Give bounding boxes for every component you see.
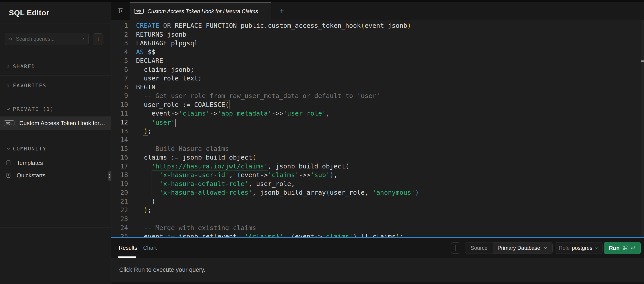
line-number: 7 xyxy=(112,74,128,83)
role-value: postgres xyxy=(572,245,592,251)
sidebar-section-community[interactable]: COMMUNITY xyxy=(0,144,112,154)
section-label: SHARED xyxy=(13,64,35,69)
line-number: 20 xyxy=(112,188,128,197)
divider xyxy=(0,24,112,24)
sidebar-section-shared[interactable]: SHARED xyxy=(0,62,112,71)
source-segment[interactable]: Source xyxy=(465,242,493,253)
line-number: 24 xyxy=(112,224,128,232)
source-database-segmented-control: Source Primary Database xyxy=(465,242,552,254)
chevron-right-icon xyxy=(6,64,11,69)
indent-guide xyxy=(136,135,136,145)
database-value: Primary Database xyxy=(498,245,540,251)
kebab-icon xyxy=(455,245,456,246)
line-number: 3 xyxy=(112,39,128,48)
code-line[interactable]: RETURNS jsonb xyxy=(136,30,640,39)
line-number: 17 xyxy=(112,162,128,171)
sidebar-section-favorites[interactable]: FAVORITES xyxy=(0,81,112,90)
line-number: 19 xyxy=(112,180,128,188)
code-line[interactable]: 'x-hasura-user-id', (event->'claims'->>'… xyxy=(136,171,640,180)
code-line[interactable]: DECLARE xyxy=(136,56,640,65)
line-number: 13 xyxy=(112,127,128,136)
code-line[interactable]: AS $$ xyxy=(136,48,640,57)
collapse-sidebar-button[interactable] xyxy=(116,6,126,16)
sidebar-item-templates[interactable]: Templates xyxy=(0,158,112,168)
tab-active-query[interactable]: SQL Custom Access Token Hook for Hasura … xyxy=(130,2,271,20)
results-body: Click Run to execute your query. xyxy=(112,258,644,282)
panel-collapse-icon xyxy=(117,8,124,14)
sidebar-section-private[interactable]: PRIVATE (1) xyxy=(0,104,112,114)
code-line[interactable]: ); xyxy=(136,127,640,136)
tab-chart[interactable]: Chart xyxy=(143,238,157,258)
code-line[interactable]: ) xyxy=(136,197,640,206)
search-input[interactable] xyxy=(16,36,82,42)
divider xyxy=(0,137,112,137)
more-options-button[interactable] xyxy=(451,242,460,253)
line-number: 22 xyxy=(112,206,128,215)
database-dropdown[interactable]: Primary Database xyxy=(493,242,552,253)
code-lines[interactable]: CREATE OR REPLACE FUNCTION public.custom… xyxy=(136,21,640,238)
line-number: 12 xyxy=(112,118,128,127)
chevron-down-icon xyxy=(6,146,11,151)
code-line[interactable]: CREATE OR REPLACE FUNCTION public.custom… xyxy=(136,21,640,30)
section-label: FAVORITES xyxy=(13,83,46,88)
code-line[interactable]: -- Merge with existing claims xyxy=(136,224,640,232)
line-number: 11 xyxy=(112,109,128,118)
double-chevron-down-icon[interactable] xyxy=(82,37,85,42)
chevron-down-icon xyxy=(6,107,11,111)
code-line[interactable]: ); xyxy=(136,206,640,215)
role-dropdown[interactable]: Role postgres xyxy=(555,242,602,254)
line-number: 15 xyxy=(112,145,128,153)
tab-title: Custom Access Token Hook for Hasura Clai… xyxy=(147,8,258,15)
tab-bar-gutter xyxy=(112,2,130,20)
line-number: 1 xyxy=(112,21,128,30)
bottom-strip xyxy=(112,282,644,284)
window-top-strip xyxy=(0,0,644,2)
code-line[interactable]: BEGIN xyxy=(136,83,640,92)
code-line[interactable]: -- Build Hasura claims xyxy=(136,145,640,153)
scrollbar-marker xyxy=(641,60,644,62)
section-label: PRIVATE (1) xyxy=(13,106,54,112)
results-toolbar: Results Chart Source Primary Database Ro… xyxy=(112,238,644,258)
indent-guide xyxy=(136,215,136,224)
sidebar-item-selected-query[interactable]: SQL Custom Access Token Hook for… xyxy=(0,116,112,130)
search-box[interactable] xyxy=(5,33,88,45)
new-tab-button[interactable]: + xyxy=(276,5,288,17)
line-number: 8 xyxy=(112,83,128,92)
line-number: 18 xyxy=(112,171,128,180)
code-line[interactable]: 'x-hasura-default-role', user_role, xyxy=(136,180,640,188)
code-line[interactable]: 'https://hasura.io/jwt/claims', jsonb_bu… xyxy=(136,162,640,171)
divider xyxy=(0,97,112,97)
line-number: 14 xyxy=(112,135,128,145)
code-line[interactable]: 'user' xyxy=(136,118,640,127)
divider xyxy=(0,75,112,76)
new-query-button[interactable]: + xyxy=(93,33,104,45)
chevron-down-icon xyxy=(594,246,598,250)
code-line[interactable]: user_role text; xyxy=(136,74,640,83)
divider xyxy=(0,54,112,54)
line-number: 9 xyxy=(112,92,128,100)
editor-scrollbar[interactable] xyxy=(641,20,644,238)
line-numbers: 1234567891011121314151617181920212223242… xyxy=(112,21,128,238)
code-editor[interactable]: 1234567891011121314151617181920212223242… xyxy=(112,20,644,238)
line-number: 21 xyxy=(112,197,128,206)
code-line[interactable]: -- Get user role from raw_user_meta_data… xyxy=(136,92,640,100)
code-line[interactable] xyxy=(136,135,640,145)
sql-editor-app: SQL Editor + SHARED FAVORITES PRIVATE (1… xyxy=(0,0,644,284)
tab-results[interactable]: Results xyxy=(119,238,137,258)
code-line[interactable]: LANGUAGE plpgsql xyxy=(136,39,640,48)
run-button[interactable]: Run ⌘ ↵ xyxy=(604,242,641,254)
code-line[interactable]: claims := jsonb_build_object( xyxy=(136,153,640,162)
divider xyxy=(0,227,112,228)
editor-tab-bar: SQL Custom Access Token Hook for Hasura … xyxy=(112,2,644,20)
code-line[interactable] xyxy=(136,215,640,224)
code-line[interactable]: claims jsonb; xyxy=(136,65,640,74)
search-icon xyxy=(9,36,13,42)
code-line[interactable]: 'x-hasura-allowed-roles', jsonb_build_ar… xyxy=(136,188,640,197)
code-line[interactable]: event->'claims'->'app_metadata'->>'user_… xyxy=(136,109,640,118)
line-number: 2 xyxy=(112,30,128,39)
results-empty-message: Click Run to execute your query. xyxy=(119,266,205,273)
line-number: 10 xyxy=(112,100,128,109)
code-line[interactable]: user_role := COALESCE( xyxy=(136,100,640,109)
sidebar-item-quickstarts[interactable]: Quickstarts xyxy=(0,171,112,180)
run-label: Run xyxy=(609,245,620,251)
